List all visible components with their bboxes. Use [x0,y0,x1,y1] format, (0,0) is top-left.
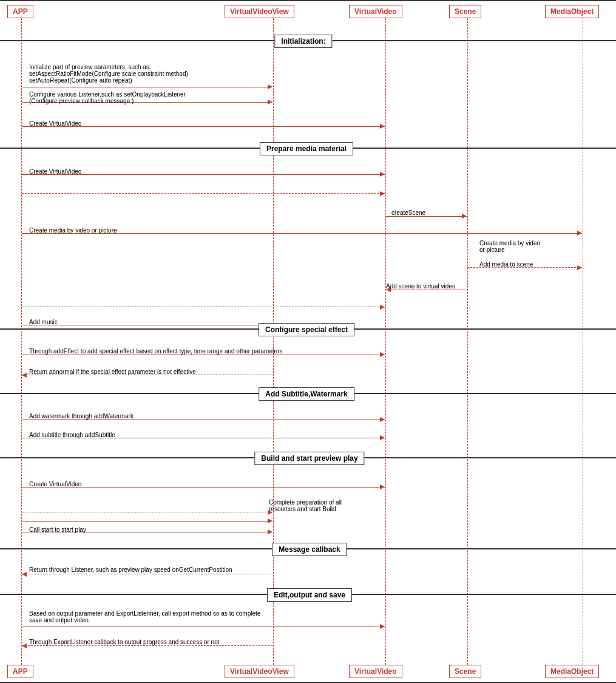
arrow-export-callback [22,645,272,646]
msg-add-effect: Through addEffect to add special effect … [29,348,393,355]
msg-create-media-label: Create media by video or picture [29,227,117,234]
msg-init-params: Initialize part of preview parameters, s… [29,64,254,84]
msg-add-scene-vv: Add scene to virtual video [386,283,456,290]
arrow-set-aspect [22,87,272,87]
label-edit: Edit,output and save [267,588,352,602]
msg-add-watermark: Add watermark through addWatermark [29,413,134,420]
msg-create-vv-init: Create VirtualVideo [29,120,81,127]
actor-app-top: APP [7,5,33,18]
arrow-add-watermark [22,420,385,420]
label-subtitle: Add Subtitle,Watermark [259,387,354,401]
msg-call-start: Call start to start play [29,526,86,533]
arrow-return-listener [22,574,272,574]
top-border [0,0,616,1]
msg-add-media: Add media to scene [479,261,533,268]
msg-export: Based on output parameter and ExportList… [29,610,369,624]
label-configure: Configure special effect [259,323,354,336]
msg-create-vv-build: Create VirtualVideo [29,481,81,488]
actor-scene-top: Scene [449,5,481,18]
msg-listener: Configure various Listener,such as setOn… [29,91,254,104]
label-prepare: Prepare media material [260,142,353,155]
label-callback: Message callback [272,543,347,556]
msg-return-listener: Return through Listener, such as preview… [29,566,333,573]
arrow-add-effect [22,355,385,355]
msg-export-callback: Through ExportListener callback to outpu… [29,639,333,645]
actor-app-bottom: APP [7,665,33,678]
arrow-return-build [22,521,272,522]
actor-vv-bottom: VirtualVideo [349,665,402,678]
actor-vvv-bottom: VirtualVideoView [225,665,294,678]
arrow-export [22,627,385,627]
msg-create-vv-prepare: Create VirtualVideo [29,168,81,175]
arrow-complete-prep [22,512,272,512]
lifeline-scene [467,18,468,665]
lifeline-app [21,18,22,665]
arrow-return-vv [22,307,385,307]
arrow-create-scene [386,216,467,217]
msg-create-scene: createScene [391,209,425,216]
msg-add-subtitle: Add subtitle through addSubtitle [29,432,115,438]
actor-mo-bottom: MediaObject [545,665,599,678]
arrow-add-music [22,325,272,325]
arrow-add-scene-vv [386,290,467,290]
lifeline-mo [583,18,583,665]
msg-add-music: Add music [29,319,58,325]
label-init: Initialization: [274,35,332,48]
actor-vv-top: VirtualVideo [349,5,402,18]
lifeline-vv [385,18,386,665]
actor-scene-bottom: Scene [449,665,481,678]
msg-return-abnormal: Return abnormal if the special effect pa… [29,369,333,375]
msg-create-media-right: Create media by videoor picture [479,240,583,253]
arrow-return-prepare [22,193,385,194]
actor-vvv-top: VirtualVideoView [225,5,294,18]
actor-mo-top: MediaObject [545,5,599,18]
label-build: Build and start preview play [254,452,364,465]
sequence-diagram: APP VirtualVideoView VirtualVideo Scene … [0,0,616,683]
msg-complete-prep: Complete preparation of allresources and… [269,499,390,512]
